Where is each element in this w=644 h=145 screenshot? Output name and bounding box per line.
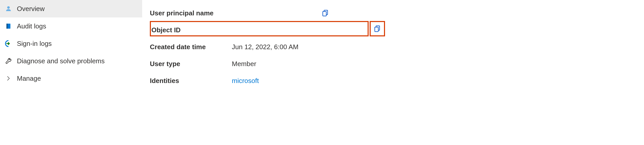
sidebar-item-overview[interactable]: Overview bbox=[0, 0, 142, 17]
property-value-user-type: Member bbox=[232, 60, 644, 68]
signin-icon bbox=[5, 40, 12, 47]
sidebar-item-audit-logs[interactable]: Audit logs bbox=[0, 17, 142, 35]
property-row-user-type: User type Member bbox=[150, 55, 644, 72]
property-label-user-type: User type bbox=[150, 60, 232, 68]
property-value-identities[interactable]: microsoft bbox=[232, 77, 644, 85]
sidebar-item-label: Sign-in logs bbox=[17, 40, 52, 48]
copy-icon bbox=[321, 9, 329, 17]
sidebar-item-label: Diagnose and solve problems bbox=[17, 57, 105, 65]
chevron-right-icon bbox=[5, 75, 12, 82]
copy-object-id-button[interactable] bbox=[370, 21, 385, 36]
property-row-created: Created date time Jun 12, 2022, 6:00 AM bbox=[150, 38, 644, 55]
wrench-icon bbox=[5, 57, 12, 65]
svg-rect-3 bbox=[6, 24, 7, 29]
notebook-icon bbox=[5, 22, 12, 30]
person-icon bbox=[5, 5, 12, 13]
sidebar-item-label: Overview bbox=[17, 5, 45, 13]
property-label-created: Created date time bbox=[150, 43, 232, 51]
property-value-created: Jun 12, 2022, 6:00 AM bbox=[232, 43, 644, 51]
copy-upn-button[interactable] bbox=[321, 9, 329, 17]
property-row-object-id: Object ID bbox=[150, 22, 644, 38]
properties-panel: User principal name Object ID Created da… bbox=[142, 0, 644, 145]
sidebar-item-manage[interactable]: Manage bbox=[0, 70, 142, 87]
sidebar-item-label: Manage bbox=[17, 75, 41, 82]
svg-rect-6 bbox=[323, 12, 326, 16]
property-row-upn: User principal name bbox=[150, 5, 644, 22]
property-label-object-id: Object ID bbox=[150, 26, 232, 34]
svg-point-0 bbox=[7, 6, 10, 9]
sidebar-nav: Overview Audit logs Sign-in logs bbox=[0, 0, 142, 145]
sidebar-item-signin-logs[interactable]: Sign-in logs bbox=[0, 35, 142, 52]
copy-icon bbox=[373, 25, 381, 33]
property-row-identities: Identities microsoft bbox=[150, 72, 644, 89]
svg-rect-8 bbox=[375, 27, 378, 32]
sidebar-item-label: Audit logs bbox=[17, 22, 46, 30]
sidebar-item-diagnose[interactable]: Diagnose and solve problems bbox=[0, 52, 142, 70]
property-label-upn: User principal name bbox=[150, 9, 232, 17]
property-label-identities: Identities bbox=[150, 77, 232, 85]
